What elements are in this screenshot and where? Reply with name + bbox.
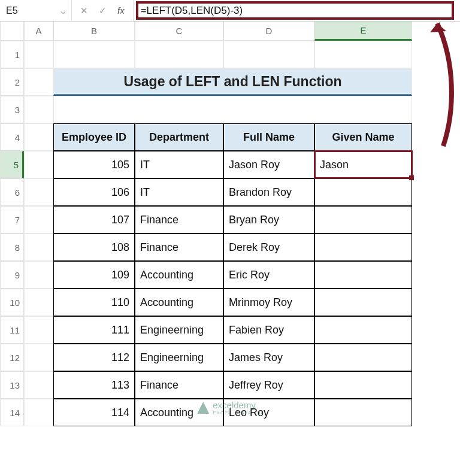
cell-D10[interactable]: Mrinmoy Roy — [223, 289, 314, 316]
cell-D9[interactable]: Eric Roy — [223, 261, 314, 289]
cell-A7[interactable] — [24, 206, 53, 234]
cell-C6[interactable]: IT — [135, 178, 223, 206]
col-head-D[interactable]: D — [223, 22, 314, 41]
cell-E5-value: Jason — [320, 159, 349, 171]
cell-E13[interactable] — [314, 371, 412, 399]
cell-A5[interactable] — [24, 151, 53, 178]
cell-A4[interactable] — [24, 123, 53, 151]
cell-D14[interactable]: Leo Roy — [223, 399, 314, 426]
cell-E7[interactable] — [314, 206, 412, 234]
cell-B9[interactable]: 109 — [53, 261, 135, 289]
cell-A3[interactable] — [24, 96, 53, 123]
cell-A11[interactable] — [24, 316, 53, 344]
row-head-12[interactable]: 12 — [0, 344, 24, 371]
cell-B8[interactable]: 108 — [53, 234, 135, 261]
formula-bar-icons: ✕ ✓ fx — [72, 0, 134, 21]
col-head-C[interactable]: C — [135, 22, 223, 41]
fx-icon[interactable]: fx — [117, 5, 125, 16]
cell-D8[interactable]: Derek Roy — [223, 234, 314, 261]
cell-A14[interactable] — [24, 399, 53, 426]
cell-D11[interactable]: Fabien Roy — [223, 316, 314, 344]
row-head-6[interactable]: 6 — [0, 178, 24, 206]
name-box[interactable]: E5 ⌵ — [0, 0, 72, 21]
cancel-icon[interactable]: ✕ — [80, 5, 88, 16]
row-head-9[interactable]: 9 — [0, 261, 24, 289]
cell-C1[interactable] — [135, 41, 223, 68]
chevron-down-icon[interactable]: ⌵ — [60, 6, 65, 16]
title-banner: Usage of LEFT and LEN Function — [53, 68, 412, 96]
cell-C14[interactable]: Accounting — [135, 399, 223, 426]
spreadsheet-grid[interactable]: A B C D E 1 2 Usage of LEFT and LEN Func… — [0, 22, 460, 426]
cell-E8[interactable] — [314, 234, 412, 261]
cell-A2[interactable] — [24, 68, 53, 96]
th-full-name: Full Name — [223, 123, 314, 151]
cell-C11[interactable]: Engineerning — [135, 316, 223, 344]
cell-E9[interactable] — [314, 261, 412, 289]
row-head-13[interactable]: 13 — [0, 371, 24, 399]
th-department: Department — [135, 123, 223, 151]
cell-D5[interactable]: Jason Roy — [223, 151, 314, 178]
cell-D6[interactable]: Brandon Roy — [223, 178, 314, 206]
row-head-1[interactable]: 1 — [0, 41, 24, 68]
row-head-5[interactable]: 5 — [0, 151, 24, 178]
cell-B6[interactable]: 106 — [53, 178, 135, 206]
cell-B7[interactable]: 107 — [53, 206, 135, 234]
cell-B12[interactable]: 112 — [53, 344, 135, 371]
cell-B13[interactable]: 113 — [53, 371, 135, 399]
cell-A1[interactable] — [24, 41, 53, 68]
cell-B14[interactable]: 114 — [53, 399, 135, 426]
cell-D13[interactable]: Jeffrey Roy — [223, 371, 314, 399]
formula-text: =LEFT(D5,LEN(D5)-3) — [141, 5, 243, 17]
cell-C5[interactable]: IT — [135, 151, 223, 178]
cell-C9[interactable]: Accounting — [135, 261, 223, 289]
row-head-7[interactable]: 7 — [0, 206, 24, 234]
row-head-4[interactable]: 4 — [0, 123, 24, 151]
row-head-3[interactable]: 3 — [0, 96, 24, 123]
cell-A8[interactable] — [24, 234, 53, 261]
cell-E6[interactable] — [314, 178, 412, 206]
select-all-corner[interactable] — [0, 22, 24, 41]
col-head-B[interactable]: B — [53, 22, 135, 41]
cell-B10[interactable]: 110 — [53, 289, 135, 316]
cell-row3-empty[interactable] — [53, 96, 412, 123]
cell-E1[interactable] — [314, 41, 412, 68]
cell-A13[interactable] — [24, 371, 53, 399]
row-head-14[interactable]: 14 — [0, 399, 24, 426]
col-head-A[interactable]: A — [24, 22, 53, 41]
cell-C10[interactable]: Accounting — [135, 289, 223, 316]
cell-D7[interactable]: Bryan Roy — [223, 206, 314, 234]
cell-A6[interactable] — [24, 178, 53, 206]
name-box-value: E5 — [6, 5, 18, 16]
cell-D1[interactable] — [223, 41, 314, 68]
cell-C13[interactable]: Finance — [135, 371, 223, 399]
cell-D12[interactable]: James Roy — [223, 344, 314, 371]
fill-handle[interactable] — [409, 175, 414, 180]
formula-bar: E5 ⌵ ✕ ✓ fx =LEFT(D5,LEN(D5)-3) — [0, 0, 460, 22]
formula-input[interactable]: =LEFT(D5,LEN(D5)-3) — [134, 0, 460, 21]
col-head-E[interactable]: E — [314, 22, 412, 41]
cell-B1[interactable] — [53, 41, 135, 68]
cell-C8[interactable]: Finance — [135, 234, 223, 261]
cell-A12[interactable] — [24, 344, 53, 371]
row-head-2[interactable]: 2 — [0, 68, 24, 96]
cell-E5[interactable]: Jason — [314, 151, 412, 178]
cell-E14[interactable] — [314, 399, 412, 426]
cell-E11[interactable] — [314, 316, 412, 344]
cell-C12[interactable]: Engineerning — [135, 344, 223, 371]
cell-B5[interactable]: 105 — [53, 151, 135, 178]
th-employee-id: Employee ID — [53, 123, 135, 151]
row-head-8[interactable]: 8 — [0, 234, 24, 261]
cell-A10[interactable] — [24, 289, 53, 316]
accept-icon[interactable]: ✓ — [99, 5, 107, 16]
cell-B11[interactable]: 111 — [53, 316, 135, 344]
cell-E10[interactable] — [314, 289, 412, 316]
cell-E12[interactable] — [314, 344, 412, 371]
row-head-10[interactable]: 10 — [0, 289, 24, 316]
row-head-11[interactable]: 11 — [0, 316, 24, 344]
cell-C7[interactable]: Finance — [135, 206, 223, 234]
cell-A9[interactable] — [24, 261, 53, 289]
th-given-name: Given Name — [314, 123, 412, 151]
